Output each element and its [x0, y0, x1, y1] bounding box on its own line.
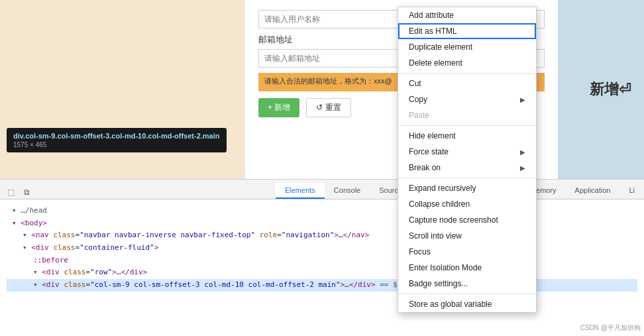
right-panel: 新增⏎ [558, 0, 644, 179]
menu-item-capture-node-screenshot[interactable]: Capture node screenshot [398, 212, 536, 228]
menu-item-focus[interactable]: Focus [398, 244, 536, 260]
element-tooltip: div.col-sm-9.col-sm-offset-3.col-md-10.c… [7, 128, 227, 152]
menu-item-label: Hide element [409, 131, 456, 140]
code-content: ▾ <div class="row">…</div> [33, 266, 147, 279]
menu-item-collapse-children[interactable]: Collapse children [398, 196, 536, 212]
left-panel: div.col-sm-9.col-sm-offset-3.col-md-10.c… [0, 0, 245, 179]
menu-item-copy[interactable]: Copy▶ [398, 91, 536, 107]
context-menu: Add attributeEdit as HTMLDuplicate eleme… [398, 7, 537, 313]
menu-item-break-on[interactable]: Break on▶ [398, 160, 536, 176]
menu-item-label: Store as global variable [409, 300, 492, 309]
menu-item-label: Capture node screenshot [409, 215, 498, 225]
element-class: div.col-sm-9.col-sm-offset-3.col-md-10.c… [13, 132, 220, 140]
menu-item-scroll-into-view[interactable]: Scroll into view [398, 228, 536, 244]
devtools-tabs: ⬚ ⧉ ElementsConsoleSourcesNetworkPerform… [0, 180, 644, 199]
menu-item-duplicate-element[interactable]: Duplicate element [398, 39, 536, 55]
menu-item-expand-recursively[interactable]: Expand recursively [398, 180, 536, 196]
menu-item-label: Delete element [409, 58, 462, 68]
code-content: ::before [33, 254, 68, 267]
add-button[interactable]: + 新增 [258, 98, 299, 117]
reset-button[interactable]: ↺ 重置 [306, 98, 350, 117]
menu-item-label: Add attribute [409, 11, 454, 20]
watermark: CSDN @平凡加班狗 [580, 323, 641, 333]
element-size: 1575 × 465 [13, 141, 220, 148]
code-line-body[interactable]: ▾ <body> [7, 217, 637, 230]
menu-separator [398, 125, 536, 126]
code-content: ▾ …/head [12, 205, 47, 217]
code-line-before[interactable]: ::before [7, 254, 637, 267]
code-content: ▾ <nav class="navbar navbar-inverse navb… [23, 229, 369, 242]
menu-item-add-attribute[interactable]: Add attribute [398, 7, 536, 23]
tab-elements[interactable]: Elements [276, 183, 325, 199]
code-content: ▾ <div class="container-fluid"> [23, 242, 158, 254]
menu-item-label: Badge settings... [409, 279, 468, 288]
code-line-div-container[interactable]: ▾ <div class="container-fluid"> [7, 242, 637, 254]
menu-item-badge-settings[interactable]: Badge settings... [398, 276, 536, 292]
menu-item-label: Enter Isolation Mode [409, 263, 482, 272]
menu-item-label: Cut [409, 79, 421, 88]
menu-item-delete-element[interactable]: Delete element [398, 55, 536, 71]
tab-li[interactable]: Li [619, 183, 644, 199]
tab-application[interactable]: Application [566, 183, 620, 199]
menu-item-arrow: ▶ [520, 164, 525, 172]
menu-item-arrow: ▶ [520, 148, 525, 156]
menu-item-label: Expand recursively [409, 184, 476, 193]
code-line-div-col[interactable]: ▾ <div class="col-sm-9 col-sm-offset-3 c… [7, 279, 637, 292]
menu-item-label: Focus [409, 247, 431, 256]
code-line-nav[interactable]: ▾ <nav class="navbar navbar-inverse navb… [7, 229, 637, 242]
menu-item-label: Paste [409, 111, 429, 120]
menu-item-paste: Paste [398, 107, 536, 123]
menu-item-hide-element[interactable]: Hide element [398, 128, 536, 144]
code-line-div-row[interactable]: ▾ <div class="row">…</div> [7, 266, 637, 279]
menu-item-force-state[interactable]: Force state▶ [398, 144, 536, 160]
menu-item-label: Duplicate element [409, 42, 472, 52]
menu-item-label: Copy [409, 95, 427, 104]
new-add-text: 新增⏎ [590, 80, 631, 99]
menu-item-store-as-global[interactable]: Store as global variable [398, 296, 536, 312]
menu-separator [398, 294, 536, 294]
code-content: ▾ <div class="col-sm-9 col-sm-offset-3 c… [33, 279, 402, 292]
devtools-code: ▾ …/head▾ <body>▾ <nav class="navbar nav… [0, 199, 644, 297]
code-content: ▾ <body> [12, 217, 47, 230]
menu-item-label: Edit as HTML [409, 27, 457, 36]
menu-item-edit-as-html[interactable]: Edit as HTML [398, 23, 536, 39]
menu-separator [398, 73, 536, 74]
page-preview: div.col-sm-9.col-sm-offset-3.col-md-10.c… [0, 0, 644, 179]
tab-console[interactable]: Console [325, 183, 370, 199]
device-icon[interactable]: ⧉ [20, 186, 33, 199]
menu-item-label: Scroll into view [409, 231, 462, 241]
menu-item-enter-isolation-mode[interactable]: Enter Isolation Mode [398, 260, 536, 276]
code-line-head[interactable]: ▾ …/head [7, 205, 637, 217]
menu-separator [398, 178, 536, 178]
menu-item-arrow: ▶ [520, 96, 525, 103]
inspect-icon[interactable]: ⬚ [4, 186, 17, 199]
menu-item-cut[interactable]: Cut [398, 76, 536, 91]
devtools-icon-buttons: ⬚ ⧉ [0, 186, 37, 199]
menu-item-label: Force state [409, 147, 449, 156]
menu-item-label: Collapse children [409, 199, 470, 209]
devtools-panel: ⬚ ⧉ ElementsConsoleSourcesNetworkPerform… [0, 179, 644, 336]
menu-item-label: Break on [409, 163, 441, 172]
